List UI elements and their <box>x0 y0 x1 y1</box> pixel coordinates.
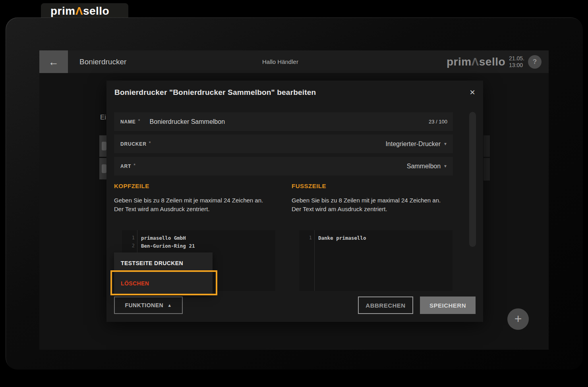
printer-icon <box>102 142 106 150</box>
fusszeile-desc-line1: Geben Sie bis zu 8 Zeilen mit je maximal… <box>292 197 441 204</box>
help-button[interactable]: ? <box>528 55 542 69</box>
menu-item-label: LÖSCHEN <box>121 280 149 287</box>
greeting-text: Hallo Händler <box>262 50 298 73</box>
header-brand-logo: primΛsello <box>447 56 505 68</box>
line-number: 2 <box>122 243 135 248</box>
app-window: ← Bonierdrucker Hallo Händler primΛsello… <box>39 50 549 350</box>
editor-line: 2 Ben-Gurion-Ring 21 <box>122 242 275 250</box>
brand-logo: primΛsello <box>50 5 109 17</box>
fusszeile-desc-line2: Der Text wird am Ausdruck zentriert. <box>292 206 387 212</box>
background-list-item-edge <box>484 158 490 181</box>
required-asterisk: * <box>149 140 151 146</box>
time-text: 13:00 <box>509 62 524 69</box>
kopfzeile-heading: KOPFZEILE <box>114 183 149 189</box>
brand-logo-prefix: prim <box>50 5 75 17</box>
char-counter: 23 / 100 <box>429 119 447 125</box>
drucker-value: Integrierter-Drucker <box>385 141 441 148</box>
add-printer-fab[interactable]: + <box>507 308 529 330</box>
brand-logo-accent: Λ <box>75 5 83 17</box>
modal-scrollbar[interactable] <box>469 112 476 247</box>
plus-icon: + <box>514 312 522 325</box>
device-screen: ← Bonierdrucker Hallo Händler primΛsello… <box>6 17 583 370</box>
editor-line: 1 Danke primasello <box>299 234 453 242</box>
kopfzeile-desc-line1: Geben Sie bis zu 8 Zeilen mit je maximal… <box>114 197 263 204</box>
background-partial-heading: Ei <box>100 114 106 121</box>
line-text: primasello GmbH <box>141 235 186 241</box>
date-text: 21.05. <box>509 55 524 62</box>
close-icon: ✕ <box>469 88 475 97</box>
header-logo-suffix: sello <box>479 56 505 68</box>
art-value: Sammelbon <box>407 163 441 170</box>
background-list-item <box>99 158 106 179</box>
close-button[interactable]: ✕ <box>466 86 479 99</box>
back-button[interactable]: ← <box>39 50 68 73</box>
name-value: Bonierdrucker Sammelbon <box>150 118 225 125</box>
header-right-cluster: primΛsello 21.05. 13:00 ? <box>447 50 542 73</box>
header-logo-accent: Λ <box>472 56 479 68</box>
funktionen-menu: TESTSEITE DRUCKEN LÖSCHEN <box>114 252 213 294</box>
background-list-item-edge <box>484 135 490 157</box>
menu-item-testseite-drucken[interactable]: TESTSEITE DRUCKEN <box>114 253 213 273</box>
fusszeile-description: Geben Sie bis zu 8 Zeilen mit je maximal… <box>292 196 447 214</box>
fusszeile-heading: FUSSZEILE <box>292 183 326 189</box>
back-arrow-icon: ← <box>48 57 59 67</box>
header-logo-prefix: prim <box>447 56 472 68</box>
save-label: SPEICHERN <box>429 302 466 309</box>
question-icon: ? <box>533 58 537 66</box>
line-text: Danke primasello <box>318 235 366 241</box>
name-label: NAME <box>120 119 136 125</box>
drucker-select[interactable]: DRUCKER * Integrierter-Drucker ▼ <box>114 135 453 153</box>
kopfzeile-desc-line2: Der Text wird am Ausdruck zentriert. <box>114 206 210 212</box>
page-title: Bonierdrucker <box>79 58 126 66</box>
funktionen-button[interactable]: FUNKTIONEN ▲ <box>114 297 183 314</box>
brand-tab: primΛsello <box>41 3 128 19</box>
menu-item-label: TESTSEITE DRUCKEN <box>121 260 183 266</box>
funktionen-label: FUNKTIONEN <box>125 302 163 308</box>
edit-printer-dialog: Bonierdrucker "Bonierdrucker Sammelbon" … <box>106 81 483 322</box>
fusszeile-editor[interactable]: 1 Danke primasello <box>299 230 453 291</box>
chevron-down-icon: ▼ <box>443 164 447 168</box>
app-header: ← Bonierdrucker Hallo Händler primΛsello… <box>39 50 549 73</box>
line-text: Ben-Gurion-Ring 21 <box>141 243 195 249</box>
cancel-button[interactable]: ABBRECHEN <box>358 297 413 314</box>
dialog-title: Bonierdrucker "Bonierdrucker Sammelbon" … <box>114 88 316 97</box>
art-label: ART <box>120 164 131 169</box>
brand-logo-suffix: sello <box>83 5 109 17</box>
save-button[interactable]: SPEICHERN <box>420 297 476 314</box>
editor-line: 1 primasello GmbH <box>122 234 275 242</box>
art-select[interactable]: ART * Sammelbon ▼ <box>114 157 453 175</box>
datetime-display: 21.05. 13:00 <box>509 55 524 69</box>
menu-item-loeschen[interactable]: LÖSCHEN <box>114 273 213 293</box>
line-number: 1 <box>122 235 135 241</box>
kopfzeile-description: Geben Sie bis zu 8 Zeilen mit je maximal… <box>114 196 270 214</box>
cancel-label: ABBRECHEN <box>366 302 405 309</box>
printer-icon <box>102 164 106 173</box>
required-asterisk: * <box>133 162 135 168</box>
required-asterisk: * <box>138 118 140 124</box>
chevron-up-icon: ▲ <box>167 303 172 308</box>
line-number: 1 <box>299 235 312 241</box>
chevron-down-icon: ▼ <box>443 142 447 146</box>
name-field[interactable]: NAME * Bonierdrucker Sammelbon 23 / 100 <box>114 112 453 131</box>
background-list-item <box>99 135 106 157</box>
drucker-label: DRUCKER <box>120 141 147 147</box>
